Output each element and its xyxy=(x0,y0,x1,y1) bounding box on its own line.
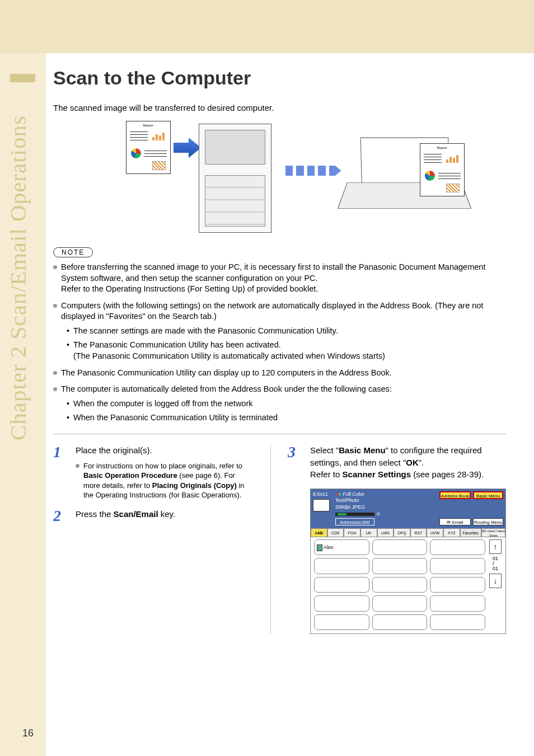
ui-contact-entry[interactable]: Alex xyxy=(314,539,369,555)
ui-contact-entry[interactable] xyxy=(314,577,369,593)
ui-contact-entry[interactable] xyxy=(372,577,428,593)
ui-orientation-icon xyxy=(313,499,330,511)
ui-tab-favorites[interactable]: Favorites xyxy=(460,528,481,537)
step-1-text: Place the original(s). xyxy=(76,444,254,457)
ui-scroll-up-button[interactable]: ↑ xyxy=(489,539,502,554)
note-subitem: When the Panasonic Communication Utility… xyxy=(61,412,506,424)
step-3-text: Select "Basic Menu" to configure the req… xyxy=(310,444,506,481)
note-item: Computers (with the following settings) … xyxy=(53,300,506,362)
step-2-text: Press the Scan/Email key. xyxy=(76,508,175,524)
dotted-arrow xyxy=(285,166,341,176)
ui-contact-entry[interactable] xyxy=(314,558,369,574)
ui-tab[interactable]: OPQ xyxy=(394,528,410,537)
transfer-diagram: Report Report xyxy=(95,121,465,236)
ui-tab[interactable]: UVW xyxy=(427,528,443,537)
ui-contact-entry[interactable] xyxy=(430,614,485,630)
printer-illustration xyxy=(199,124,271,233)
intro-text: The scanned image will be transferred to… xyxy=(53,103,506,112)
note-subitem: The scanner settings are made with the P… xyxy=(61,326,506,337)
ui-contact-entry[interactable] xyxy=(372,595,428,611)
step-number-2: 2 xyxy=(53,508,68,524)
ui-page-indicator: 01/01 xyxy=(493,556,498,571)
ui-scroll-down-button[interactable]: ↓ xyxy=(489,574,502,588)
ui-address-book-button[interactable]: Address Book xyxy=(439,491,471,499)
ui-paper-size: 8.5x11 xyxy=(313,491,328,497)
page-title: Scan to the Computer xyxy=(53,67,506,89)
ui-tab[interactable]: XYZ xyxy=(443,528,460,537)
chapter-side-tab: Chapter 2 Scan/Email Operations xyxy=(4,105,30,440)
note-label: NOTE xyxy=(53,247,93,257)
ui-tab[interactable]: LMN xyxy=(377,528,394,537)
ui-contact-entry[interactable] xyxy=(314,614,369,630)
ui-tab[interactable]: CDE xyxy=(327,528,344,537)
step-number-3: 3 xyxy=(288,444,302,481)
ui-contact-entry[interactable] xyxy=(430,558,485,574)
step-number-1: 1 xyxy=(53,444,68,500)
ui-routing-menu-button[interactable]: Routing Menu xyxy=(473,518,503,525)
ui-tab[interactable]: #AB xyxy=(311,528,327,537)
ui-tab[interactable]: IJK xyxy=(360,528,377,537)
ui-contact-entry[interactable] xyxy=(430,539,485,555)
note-item: Before transferring the scanned image to… xyxy=(53,262,506,295)
ui-alpha-tabs[interactable]: #AB CDE FGH IJK LMN OPQ RST UVW XYZ Favo… xyxy=(311,528,505,537)
ui-basic-menu-button[interactable]: Basic Menu xyxy=(473,491,503,499)
ui-scan-settings: ●● Full Color Text/Photo 200dpi JPEG xyxy=(335,491,365,510)
note-item: The computer is automatically deleted fr… xyxy=(53,384,506,424)
step-1-note: For instructions on how to place origina… xyxy=(76,461,254,500)
ui-addresses-button[interactable]: Addresses:000 xyxy=(335,518,374,525)
ui-email-button[interactable]: Email xyxy=(439,518,471,525)
ui-contact-entry[interactable] xyxy=(372,558,428,574)
scanner-ui-screenshot: 8.5x11 ●● Full Color Text/Photo 200dpi J… xyxy=(310,489,506,634)
ui-contact-entry[interactable] xyxy=(430,595,485,611)
note-subitem: The Panasonic Communication Utility has … xyxy=(61,340,506,361)
ui-contact-entry[interactable] xyxy=(372,539,428,555)
ui-contact-entry[interactable] xyxy=(314,595,369,611)
ui-tab[interactable]: RST xyxy=(410,528,427,537)
note-subitem: When the computer is logged off from the… xyxy=(61,398,506,410)
note-item: The Panasonic Communication Utility can … xyxy=(53,368,506,379)
ui-tab-sdcard[interactable]: SD Card / Hard Drive xyxy=(481,528,505,537)
ui-contact-entry[interactable] xyxy=(430,577,485,593)
ui-contact-entry[interactable] xyxy=(372,614,428,630)
ui-tab[interactable]: FGH xyxy=(344,528,360,537)
page-number: 16 xyxy=(22,727,34,739)
